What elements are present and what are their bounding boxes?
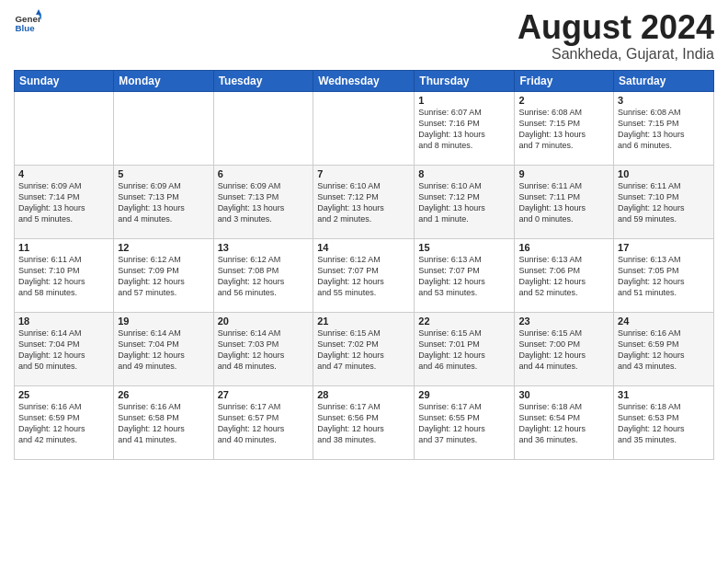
col-saturday: Saturday: [614, 70, 714, 91]
day-info: Sunrise: 6:16 AM Sunset: 6:59 PM Dayligh…: [18, 401, 109, 446]
day-number: 24: [618, 316, 710, 327]
logo-icon: General Blue: [14, 9, 41, 37]
header-row: Sunday Monday Tuesday Wednesday Thursday…: [15, 70, 714, 91]
day-cell: [15, 91, 114, 165]
day-cell: 18Sunrise: 6:14 AM Sunset: 7:04 PM Dayli…: [15, 312, 114, 385]
day-number: 20: [218, 316, 310, 327]
day-number: 9: [518, 168, 609, 179]
day-number: 27: [218, 389, 310, 400]
day-cell: [213, 91, 313, 165]
day-cell: 8Sunrise: 6:10 AM Sunset: 7:12 PM Daylig…: [415, 165, 515, 238]
day-cell: 17Sunrise: 6:13 AM Sunset: 7:05 PM Dayli…: [614, 238, 714, 312]
day-number: 21: [317, 316, 410, 327]
day-number: 18: [18, 316, 109, 327]
day-number: 26: [118, 389, 209, 400]
calendar-title: August 2024: [518, 9, 714, 46]
day-info: Sunrise: 6:17 AM Sunset: 6:57 PM Dayligh…: [218, 401, 310, 446]
day-info: Sunrise: 6:11 AM Sunset: 7:10 PM Dayligh…: [18, 254, 109, 299]
day-number: 23: [518, 316, 609, 327]
day-cell: 22Sunrise: 6:15 AM Sunset: 7:01 PM Dayli…: [415, 312, 515, 385]
day-info: Sunrise: 6:15 AM Sunset: 7:00 PM Dayligh…: [518, 327, 609, 373]
logo: General Blue: [14, 9, 41, 37]
day-info: Sunrise: 6:15 AM Sunset: 7:01 PM Dayligh…: [418, 327, 510, 373]
day-cell: 30Sunrise: 6:18 AM Sunset: 6:54 PM Dayli…: [515, 385, 614, 459]
day-number: 3: [618, 95, 710, 106]
day-info: Sunrise: 6:12 AM Sunset: 7:07 PM Dayligh…: [317, 254, 410, 299]
day-info: Sunrise: 6:14 AM Sunset: 7:03 PM Dayligh…: [218, 327, 310, 373]
week-row-0: 1Sunrise: 6:07 AM Sunset: 7:16 PM Daylig…: [15, 91, 714, 165]
day-cell: 5Sunrise: 6:09 AM Sunset: 7:13 PM Daylig…: [114, 165, 213, 238]
page: General Blue August 2024 Sankheda, Gujar…: [0, 0, 728, 563]
day-info: Sunrise: 6:08 AM Sunset: 7:15 PM Dayligh…: [618, 107, 710, 152]
day-cell: 24Sunrise: 6:16 AM Sunset: 6:59 PM Dayli…: [614, 312, 714, 385]
calendar-subtitle: Sankheda, Gujarat, India: [518, 46, 714, 63]
day-cell: 29Sunrise: 6:17 AM Sunset: 6:55 PM Dayli…: [415, 385, 515, 459]
day-info: Sunrise: 6:16 AM Sunset: 6:58 PM Dayligh…: [118, 401, 209, 446]
day-info: Sunrise: 6:11 AM Sunset: 7:10 PM Dayligh…: [618, 180, 710, 225]
day-number: 16: [518, 242, 609, 253]
col-friday: Friday: [515, 70, 614, 91]
week-row-2: 11Sunrise: 6:11 AM Sunset: 7:10 PM Dayli…: [15, 238, 714, 312]
day-number: 12: [118, 242, 209, 253]
day-cell: 25Sunrise: 6:16 AM Sunset: 6:59 PM Dayli…: [15, 385, 114, 459]
day-number: 2: [518, 95, 609, 106]
day-cell: 7Sunrise: 6:10 AM Sunset: 7:12 PM Daylig…: [313, 165, 415, 238]
day-info: Sunrise: 6:08 AM Sunset: 7:15 PM Dayligh…: [518, 107, 609, 152]
day-cell: 13Sunrise: 6:12 AM Sunset: 7:08 PM Dayli…: [213, 238, 313, 312]
day-info: Sunrise: 6:17 AM Sunset: 6:56 PM Dayligh…: [317, 401, 410, 446]
day-info: Sunrise: 6:13 AM Sunset: 7:06 PM Dayligh…: [518, 254, 609, 299]
day-cell: 21Sunrise: 6:15 AM Sunset: 7:02 PM Dayli…: [313, 312, 415, 385]
day-cell: [313, 91, 415, 165]
day-number: 7: [317, 168, 410, 179]
day-cell: 3Sunrise: 6:08 AM Sunset: 7:15 PM Daylig…: [614, 91, 714, 165]
calendar-table: Sunday Monday Tuesday Wednesday Thursday…: [14, 70, 714, 460]
day-info: Sunrise: 6:13 AM Sunset: 7:05 PM Dayligh…: [618, 254, 710, 299]
day-cell: 10Sunrise: 6:11 AM Sunset: 7:10 PM Dayli…: [614, 165, 714, 238]
day-cell: 20Sunrise: 6:14 AM Sunset: 7:03 PM Dayli…: [213, 312, 313, 385]
day-number: 30: [518, 389, 609, 400]
day-cell: 27Sunrise: 6:17 AM Sunset: 6:57 PM Dayli…: [213, 385, 313, 459]
day-number: 15: [418, 242, 510, 253]
header: General Blue August 2024 Sankheda, Gujar…: [14, 9, 714, 63]
day-number: 17: [618, 242, 710, 253]
day-number: 14: [317, 242, 410, 253]
day-cell: 9Sunrise: 6:11 AM Sunset: 7:11 PM Daylig…: [515, 165, 614, 238]
day-info: Sunrise: 6:18 AM Sunset: 6:53 PM Dayligh…: [618, 401, 710, 446]
day-cell: [114, 91, 213, 165]
day-info: Sunrise: 6:11 AM Sunset: 7:11 PM Dayligh…: [518, 180, 609, 225]
day-number: 6: [218, 168, 310, 179]
day-number: 31: [618, 389, 710, 400]
svg-text:General: General: [16, 14, 42, 24]
day-info: Sunrise: 6:15 AM Sunset: 7:02 PM Dayligh…: [317, 327, 410, 373]
day-info: Sunrise: 6:13 AM Sunset: 7:07 PM Dayligh…: [418, 254, 510, 299]
day-cell: 16Sunrise: 6:13 AM Sunset: 7:06 PM Dayli…: [515, 238, 614, 312]
day-info: Sunrise: 6:14 AM Sunset: 7:04 PM Dayligh…: [18, 327, 109, 373]
day-info: Sunrise: 6:17 AM Sunset: 6:55 PM Dayligh…: [418, 401, 510, 446]
day-number: 22: [418, 316, 510, 327]
day-cell: 23Sunrise: 6:15 AM Sunset: 7:00 PM Dayli…: [515, 312, 614, 385]
week-row-1: 4Sunrise: 6:09 AM Sunset: 7:14 PM Daylig…: [15, 165, 714, 238]
day-cell: 12Sunrise: 6:12 AM Sunset: 7:09 PM Dayli…: [114, 238, 213, 312]
svg-marker-2: [36, 9, 41, 15]
day-number: 13: [218, 242, 310, 253]
col-monday: Monday: [114, 70, 213, 91]
svg-text:Blue: Blue: [16, 23, 36, 33]
day-info: Sunrise: 6:07 AM Sunset: 7:16 PM Dayligh…: [418, 107, 510, 152]
day-info: Sunrise: 6:16 AM Sunset: 6:59 PM Dayligh…: [618, 327, 710, 373]
day-number: 1: [418, 95, 510, 106]
day-cell: 19Sunrise: 6:14 AM Sunset: 7:04 PM Dayli…: [114, 312, 213, 385]
day-cell: 1Sunrise: 6:07 AM Sunset: 7:16 PM Daylig…: [415, 91, 515, 165]
col-thursday: Thursday: [415, 70, 515, 91]
day-info: Sunrise: 6:09 AM Sunset: 7:14 PM Dayligh…: [18, 180, 109, 225]
day-info: Sunrise: 6:12 AM Sunset: 7:09 PM Dayligh…: [118, 254, 209, 299]
day-info: Sunrise: 6:12 AM Sunset: 7:08 PM Dayligh…: [218, 254, 310, 299]
day-number: 8: [418, 168, 510, 179]
day-info: Sunrise: 6:18 AM Sunset: 6:54 PM Dayligh…: [518, 401, 609, 446]
day-number: 5: [118, 168, 209, 179]
day-info: Sunrise: 6:10 AM Sunset: 7:12 PM Dayligh…: [418, 180, 510, 225]
week-row-4: 25Sunrise: 6:16 AM Sunset: 6:59 PM Dayli…: [15, 385, 714, 459]
col-tuesday: Tuesday: [213, 70, 313, 91]
day-number: 25: [18, 389, 109, 400]
day-cell: 11Sunrise: 6:11 AM Sunset: 7:10 PM Dayli…: [15, 238, 114, 312]
day-info: Sunrise: 6:10 AM Sunset: 7:12 PM Dayligh…: [317, 180, 410, 225]
